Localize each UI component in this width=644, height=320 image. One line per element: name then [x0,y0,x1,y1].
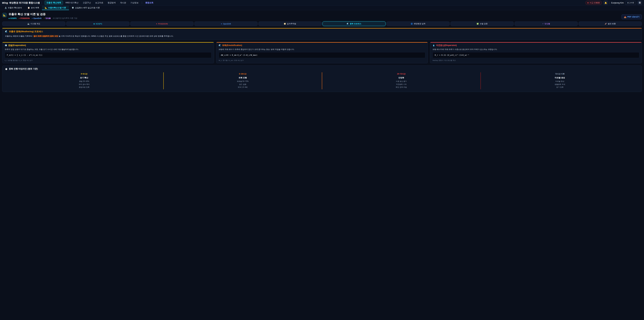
tab-kosps[interactable]: ◆ KOSPS [66,22,130,26]
subtab-label: 유출유 확산분석 [8,7,22,9]
nav-aerial-search[interactable]: 항공탐색 [106,1,118,5]
circle-icon: ● [156,23,157,25]
triangle-ruler-icon: 📐 [45,7,47,9]
diamond-icon: ◆ [94,23,95,25]
incident-status-badge: 사고 진행중 [585,1,602,5]
pdf-export-button[interactable]: 📤 PDF 내보내기 [622,15,642,19]
badge-opendrift: ● OpenDrift [32,17,42,19]
circle-icon: ● [19,18,20,19]
nav-hns-atmospheric[interactable]: HNS·대기확산 [64,1,80,5]
incident-status-label: 사고 진행중 [590,2,600,4]
timeline-title: ⏱️ 풍화 진행 타임라인 (원유 기준) [5,68,639,70]
lightning-icon: ⚡ [44,18,44,19]
subtab-spill-analysis[interactable]: 🔬 유출유 확산분석 [2,6,25,10]
wave-icon: 🌊 [5,30,8,33]
timeline-phase-3: 24~72시간 안정화 수중 분산 증가 자연분해 시작 해안 표착 위험 [322,72,480,89]
rocket-icon: 🚀 [605,23,607,25]
header-divider [42,2,42,4]
user-name: Eunjeong Kim [611,2,624,4]
clipboard-icon: 📋 [28,7,30,9]
app-title: 해양환경 위기대응 통합시스템 [9,1,40,4]
dispersion-title: 💧 자연분산(Dispersion) [432,44,639,47]
wing-logo: Wing [2,2,8,4]
weathering-banner: 🌊 유출유 풍화(Weathering) 프로세스 유출유는 해면에 유출된 직… [2,28,642,40]
page-badges: ◆ KOSPS ● POSEIDON ● OpenDrift ⚡ 앙상블 라그랑… [8,17,77,20]
circle-icon: ● [221,23,222,25]
badge-poseidon: ● POSEIDON [19,17,30,19]
nav-emergency-rescue[interactable]: 긴급구난 [81,1,93,5]
timeline-phase-4: 72시간 이후 타르볼 생성 타르볼 형성 생물분해 우세 장기 잔류 [481,72,639,89]
tab-poseidon[interactable]: ● POSEIDON [130,22,194,26]
badge-kosps: ◆ KOSPS [8,17,16,19]
export-icon: 📤 [624,16,626,18]
nav-oil-spill-prediction[interactable]: 유출유 확산예측 [44,1,63,5]
sub-nav: 🔬 유출유 확산분석 📋 분석 목록 📐 유출유확산모델 이론 🛡️ 오일펜스 … [0,6,644,10]
app-header: Wing 해양환경 위기대응 통합시스템 유출유 확산예측 HNS·대기확산 긴… [0,0,644,6]
phase-stage: 유화 진행 [165,77,321,79]
shield-icon: 🛡️ [72,7,74,9]
check-icon: ✅ [477,23,479,25]
hamburger-icon: ☰ [639,1,641,4]
incident-dot-icon [588,2,588,3]
tab-ocean-environment-input[interactable]: 🌀 해양환경 입력 [386,22,450,26]
nav-weather-info[interactable]: 기상정보 [128,1,140,5]
timeline-grid: 0~6시간 초기 확산 증발 20~30% 유막 급속 확대 중질유분 잔류 6… [5,72,639,89]
cyclone-icon: 🌀 [411,23,413,25]
subtab-label: 오일펜스 배치 알고리즘 이론 [75,7,100,9]
logout-button[interactable]: 로그아웃 [625,1,636,5]
nav-board[interactable]: 게시판 [118,1,128,5]
tab-particle-tracking[interactable]: 🧭 입자추적법 [258,22,322,26]
emulsification-card: 🌊 유화(Emulsification) 파랑에 의해 해수가 유류에 혼입되어… [216,42,428,64]
nav-integrated-search[interactable]: 통합조회 [144,1,156,5]
emulsification-note: W_c: 함수율 / K_em: 유화 속도상수 [219,59,426,62]
circle-icon: ● [32,18,33,19]
dispersion-description: 파랑 에너지에 의해 유류가 수중으로 분산되어 유막 두께가 감소하는 과정입… [432,48,639,51]
evaporation-title: 💨 증발(Evaporation) [5,44,212,47]
evaporation-note: x_i: 성분별 몰분율 / k_ei: 증발 속도상수 [5,59,212,62]
notifications-button[interactable]: 🔔 [604,1,608,5]
dispersion-card: 💧 자연분산(Dispersion) 파랑 에너지에 의해 유류가 수중으로 분… [430,42,642,64]
wind-icon: 💨 [5,44,7,47]
page-header: 📐 유출유 확산 모델 이론 및 검증 ◆ KOSPS ● POSEIDON ●… [0,10,644,21]
tab-future-direction[interactable]: 🚀 발전 방향 [578,22,642,26]
tab-system-overview[interactable]: 💻 시스템 개요 [2,22,66,26]
phase-stage: 안정화 [324,77,479,79]
emulsification-description: 파랑에 의해 해수가 유류에 혼입되어 점도가 크게 증가하는 현상. 방제 작… [219,48,426,51]
subtab-label: 유출유확산모델 이론 [48,7,66,9]
timeline-phase-1: 0~6시간 초기 확산 증발 20~30% 유막 급속 확대 중질유분 잔류 [5,72,163,89]
page-icon-box: 📐 [2,13,7,18]
highlighted-phrase: 물리·화학·생물학적 풍화 과정 [33,35,58,37]
compass-icon: 🧭 [284,23,286,25]
page-subtitle: 라그랑지안 입자추적 이론 기반 [53,17,77,20]
microscope-icon: 🔬 [4,7,7,9]
computer-icon: 💻 [27,23,29,25]
evaporation-description: 유류의 경질 성분이 대기로 증발하는 과정. 유출 초기 수시간 내에 가장 … [5,48,212,51]
phase-stage: 타르볼 생성 [482,77,638,79]
tab-opendrift[interactable]: ● OpenDrift [194,22,258,26]
subtab-oil-fence-theory[interactable]: 🛡️ 오일펜스 배치 알고리즘 이론 [69,6,103,10]
nav-reports[interactable]: 보고자료 [93,1,105,5]
emulsification-title: 🌊 유화(Emulsification) [219,44,426,47]
lightning-icon: ⚡ [542,23,544,25]
menu-button[interactable]: ☰ [638,1,642,5]
phase-time: 6~24시간 [165,73,321,75]
badge-ensemble: ⚡ 앙상블 [44,17,51,20]
header-right: 사고 진행중 🔔 Eunjeong Kim 로그아웃 ☰ [585,1,642,5]
phase-time: 0~6시간 [6,73,162,75]
subtab-model-theory[interactable]: 📐 유출유확산모델 이론 [42,6,69,10]
subtab-analysis-list[interactable]: 📋 분석 목록 [25,6,42,10]
weathering-title: 🌊 유출유 풍화(Weathering) 프로세스 [5,30,639,33]
phase-stage: 초기 확산 [6,77,162,79]
tab-weathering-process[interactable]: 🌊 풍화 프로세스 [322,22,386,26]
tab-ensemble[interactable]: ⚡ 앙상블 [514,22,578,26]
section-tabs: 💻 시스템 개요 ◆ KOSPS ● POSEIDON ● OpenDrift … [2,22,642,26]
page-header-text: 유출유 확산 모델 이론 및 검증 ◆ KOSPS ● POSEIDON ● O… [8,13,77,20]
triangle-ruler-icon: 📐 [3,14,6,17]
bell-icon: 🔔 [604,2,607,4]
tab-model-validation[interactable]: ✅ 모델 검증 [450,22,514,26]
weathering-timeline: ⏱️ 풍화 진행 타임라인 (원유 기준) 0~6시간 초기 확산 증발 20~… [2,66,642,92]
diamond-icon: ◆ [8,18,10,19]
stopwatch-icon: ⏱️ [5,68,8,70]
evaporation-card: 💨 증발(Evaporation) 유류의 경질 성분이 대기로 증발하는 과정… [2,42,214,64]
dispersion-formula: D_r = 0.11·(U_w+U_c)²·(1+U_w)⁻¹ [432,52,639,58]
